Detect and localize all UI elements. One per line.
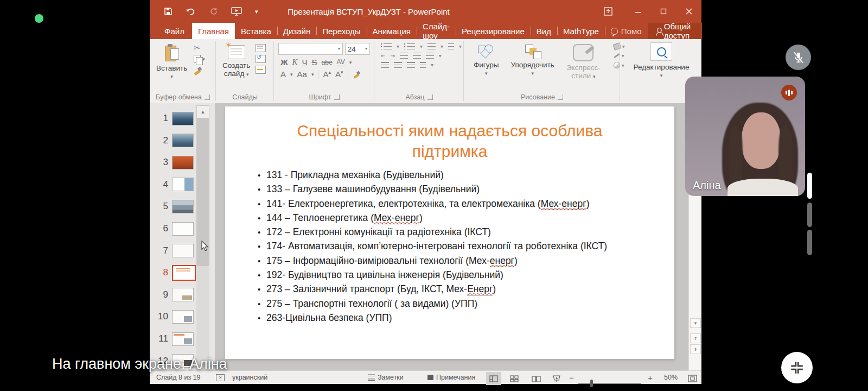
ribbon-group-font: ▾ 24▾ Ж К Ч S abe AV ▾ А▾ Aa▾ (274, 39, 374, 103)
tab-Дизайн[interactable]: Дизайн (277, 23, 316, 39)
group-label-drawing: Рисование (521, 93, 555, 101)
find-icon (657, 47, 666, 56)
italic-button[interactable]: К (292, 58, 298, 67)
shrink-font-button[interactable]: А▾ (335, 70, 343, 79)
zoom-level[interactable]: 50% (664, 371, 678, 384)
normal-view-button[interactable] (486, 372, 501, 385)
align-left-icon[interactable] (400, 53, 408, 59)
window-controls (595, 0, 701, 23)
decrease-indent-icon[interactable]: ⇤ (381, 53, 385, 59)
shapes-button[interactable]: Фигуры ▾ (470, 42, 502, 91)
drawing-dialog-launcher[interactable] (558, 94, 563, 100)
previous-slide-button[interactable]: ⇞ (690, 333, 701, 343)
align-center-icon[interactable] (413, 53, 421, 59)
zoom-out-button[interactable]: − (569, 371, 574, 384)
bold-button[interactable]: Ж (280, 58, 288, 67)
arrange-label: Упорядочить (511, 61, 554, 69)
language-indicator[interactable]: украинский (232, 371, 267, 384)
tab-Помо[interactable]: Помо (605, 23, 648, 39)
spellcheck-marked-text: енерг (490, 255, 514, 267)
participant-video-tile[interactable]: Аліна (685, 77, 805, 196)
gallery-scroll-indicator[interactable] (807, 203, 812, 227)
status-bar: Слайд 8 из 19 ✕ украинский Заметки Приме… (150, 370, 701, 384)
tab-Главная[interactable]: Главная (192, 23, 235, 39)
font-color-button[interactable]: А (280, 70, 286, 79)
font-size-combobox[interactable]: 24▾ (345, 43, 370, 55)
tab-Рецензирование[interactable]: Рецензирование (456, 23, 531, 39)
underline-button[interactable]: Ч (302, 58, 308, 67)
slideshow-view-button[interactable] (549, 372, 564, 385)
text-direction-icon[interactable] (448, 43, 454, 49)
clipboard-dialog-launcher[interactable] (205, 94, 210, 100)
next-slide-button[interactable]: ⇟ (690, 344, 701, 354)
tab-Файл[interactable]: Файл (157, 23, 192, 39)
powerpoint-window: ▾ Презентація ВСТУП_УкрДУЗТ - PowerPoint… (150, 0, 701, 383)
paragraph-dialog-launcher[interactable] (427, 94, 433, 100)
editing-button[interactable]: Редактирование ▾ (634, 42, 690, 91)
clear-formatting-icon[interactable] (353, 71, 360, 78)
zoom-slider[interactable] (578, 377, 641, 390)
section-icon[interactable] (256, 66, 266, 74)
strikethrough-button[interactable]: abe (322, 59, 333, 66)
justify-icon[interactable] (394, 62, 402, 68)
slide-canvas[interactable]: Спеціальності яким надається особлива пі… (225, 106, 674, 359)
close-button[interactable] (676, 0, 701, 23)
change-case-button[interactable]: Aa (297, 70, 307, 79)
character-spacing-button[interactable]: AV (337, 58, 345, 66)
scroll-up-icon[interactable]: ▲ (196, 105, 209, 118)
font-name-combobox[interactable]: ▾ (278, 43, 343, 55)
paste-button[interactable]: Вставить ▾ (153, 42, 190, 91)
bullet-item: •275 – Транспортні технології ( за видам… (258, 298, 658, 312)
format-painter-button[interactable] (194, 67, 205, 74)
quick-styles-button[interactable]: Экспресс-стили ▾ (563, 42, 604, 91)
tab-Вид[interactable]: Вид (531, 23, 557, 39)
copy-button[interactable]: ▾ (194, 55, 205, 63)
tab-Анимация[interactable]: Анимация (367, 23, 417, 39)
spellcheck-icon[interactable]: ✕ (216, 371, 225, 384)
fit-slide-button[interactable] (688, 372, 697, 385)
shadow-button[interactable]: S (312, 58, 317, 67)
ribbon-display-options-icon[interactable] (595, 0, 621, 23)
slide-layout-icon[interactable] (256, 44, 266, 52)
bullets-icon[interactable] (384, 43, 392, 49)
scroll-down-button[interactable]: ▼ (690, 318, 701, 328)
thumbnail-scrollbar[interactable]: ▲ (196, 105, 209, 370)
share-button[interactable]: Общий доступ (648, 23, 702, 39)
zoom-in-button[interactable]: + (648, 371, 653, 384)
columns-icon[interactable] (426, 53, 434, 59)
grow-font-button[interactable]: А▴ (323, 70, 331, 79)
smartart-icon[interactable] (420, 62, 426, 68)
font-dialog-launcher[interactable] (334, 94, 340, 100)
gallery-scroll-indicator[interactable] (807, 230, 812, 255)
restore-button[interactable] (650, 0, 676, 23)
tab-Вставка[interactable]: Вставка (235, 23, 277, 39)
new-slide-button[interactable]: Создатьслайд ▾ (219, 42, 253, 91)
comments-toggle[interactable]: Примечания (427, 371, 475, 384)
tab-Слайд-шоу[interactable]: Слайд-шоу (417, 23, 456, 39)
slide-thumbnail-image (172, 288, 194, 301)
zoom-slider-thumb[interactable] (590, 380, 593, 387)
align-right-icon[interactable] (381, 62, 389, 68)
slide-title[interactable]: Спеціальності яким надається особлива пі… (276, 121, 623, 162)
minimize-button[interactable] (625, 0, 650, 23)
numbering-icon[interactable] (407, 43, 415, 49)
slide-sorter-view-button[interactable] (507, 372, 522, 385)
slide-body-text[interactable]: •131 - Прикладна механіка (Будівельний)•… (258, 169, 658, 326)
slide-number: 9 (150, 289, 172, 300)
gallery-scroll-indicator-active[interactable] (807, 173, 812, 199)
arrange-button[interactable]: Упорядочить ▾ (508, 42, 558, 91)
line-spacing-icon[interactable] (427, 43, 436, 49)
slide-thumbnail-image (172, 310, 194, 324)
bullet-item: •175 – Інформаційно-вимірювальні техноло… (258, 255, 658, 269)
audio-activity-indicator (781, 85, 797, 100)
notes-toggle[interactable]: Заметки (368, 371, 404, 384)
tab-Переходы[interactable]: Переходы (316, 23, 366, 39)
distribute-icon[interactable] (407, 62, 415, 68)
microphone-muted-indicator[interactable] (786, 45, 811, 70)
tab-MathType[interactable]: MathType (557, 23, 605, 39)
reading-view-button[interactable] (528, 372, 544, 385)
reset-slide-icon[interactable] (256, 55, 266, 63)
cut-button[interactable]: ✂ (194, 45, 205, 51)
exit-fullscreen-button[interactable] (781, 352, 813, 383)
increase-indent-icon[interactable]: ⇥ (390, 53, 394, 59)
